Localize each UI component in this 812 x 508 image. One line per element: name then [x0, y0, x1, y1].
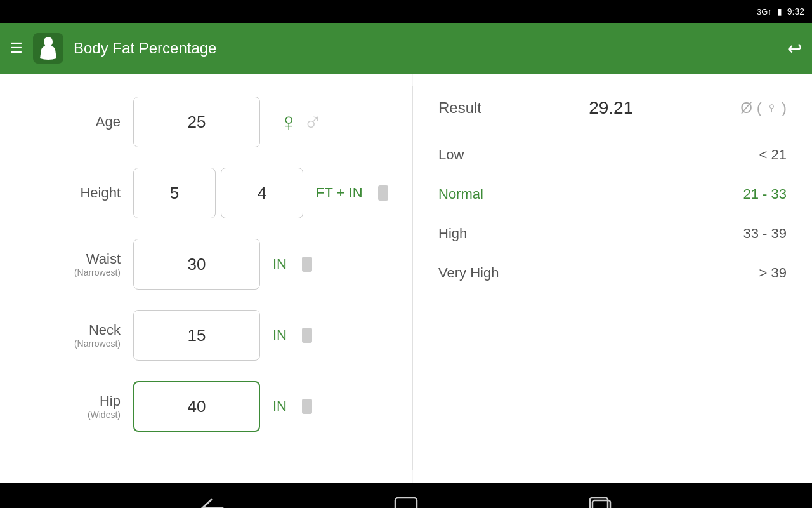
- result-value: 29.21: [589, 98, 633, 118]
- female-icon[interactable]: ♀: [279, 108, 298, 137]
- height-label: Height: [19, 185, 121, 201]
- status-bar: 3G↑ ▮ 9:32: [0, 0, 812, 23]
- range-label: Low: [438, 147, 464, 163]
- result-label: Result: [438, 99, 481, 117]
- svg-point-0: [44, 37, 53, 47]
- neck-row: Neck (Narrowest) 15 IN: [19, 300, 393, 371]
- range-row: High33 - 39: [438, 214, 787, 253]
- result-row: Result 29.21 Ø ( ♀ ): [438, 86, 787, 124]
- left-panel: Age 25 ♀ ♂ Height 5 4 FT + IN: [0, 74, 412, 483]
- neck-label: Neck (Narrowest): [19, 322, 121, 349]
- height-in-input[interactable]: 4: [221, 168, 303, 218]
- range-label: Very High: [438, 265, 499, 281]
- range-value: > 39: [759, 265, 787, 281]
- height-unit: FT + IN: [316, 185, 363, 201]
- neck-scroll[interactable]: [302, 328, 312, 343]
- hip-row: Hip (Widest) 40 IN: [19, 371, 393, 442]
- range-row: Very High> 39: [438, 253, 787, 293]
- waist-unit: IN: [273, 256, 287, 272]
- height-row: Height 5 4 FT + IN: [19, 157, 393, 229]
- range-label: High: [438, 225, 467, 242]
- back-nav-button[interactable]: [192, 492, 230, 508]
- male-icon[interactable]: ♂: [303, 108, 322, 137]
- waist-row: Waist (Narrowest) 30 IN: [19, 229, 393, 300]
- toolbar-title: Body Fat Percentage: [74, 39, 777, 57]
- ranges-container: Low< 21Normal21 - 33High33 - 39Very High…: [438, 135, 787, 293]
- home-nav-button[interactable]: [387, 492, 425, 508]
- height-inputs: 5 4: [133, 168, 303, 218]
- range-value: 33 - 39: [743, 225, 787, 242]
- main-content: Age 25 ♀ ♂ Height 5 4 FT + IN: [0, 74, 812, 483]
- time-display: 9:32: [787, 6, 804, 17]
- hamburger-icon[interactable]: ☰: [10, 40, 23, 57]
- neck-unit: IN: [273, 327, 287, 344]
- age-row: Age 25 ♀ ♂: [19, 86, 393, 157]
- range-row: Low< 21: [438, 135, 787, 175]
- waist-input[interactable]: 30: [133, 239, 260, 290]
- bottom-bar: [0, 483, 812, 508]
- back-button[interactable]: ↩: [787, 38, 802, 59]
- height-scroll[interactable]: [378, 185, 388, 201]
- height-ft-input[interactable]: 5: [133, 168, 216, 218]
- age-label: Age: [19, 114, 121, 130]
- battery-icon: ▮: [777, 6, 782, 17]
- waist-scroll[interactable]: [302, 257, 312, 272]
- hip-label: Hip (Widest): [19, 393, 121, 420]
- range-value: 21 - 33: [743, 186, 787, 203]
- range-value: < 21: [759, 147, 787, 163]
- hip-unit: IN: [273, 398, 287, 415]
- toolbar: ☰ Body Fat Percentage ↩: [0, 23, 812, 74]
- right-panel: Result 29.21 Ø ( ♀ ) Low< 21Normal21 - 3…: [413, 74, 812, 483]
- hip-input[interactable]: 40: [133, 381, 260, 432]
- recents-nav-button[interactable]: [582, 492, 620, 508]
- svg-rect-2: [395, 498, 417, 508]
- neck-input[interactable]: 15: [133, 310, 260, 361]
- signal-icon: 3G↑: [757, 7, 772, 17]
- app-icon: [33, 33, 63, 64]
- range-label: Normal: [438, 186, 483, 203]
- gender-selector[interactable]: ♀ ♂: [279, 108, 322, 137]
- waist-label: Waist (Narrowest): [19, 251, 121, 277]
- result-divider: [438, 130, 787, 130]
- hip-scroll[interactable]: [302, 399, 312, 414]
- range-row: Normal21 - 33: [438, 175, 787, 214]
- age-input[interactable]: 25: [133, 97, 260, 147]
- result-symbol: Ø ( ♀ ): [740, 99, 787, 117]
